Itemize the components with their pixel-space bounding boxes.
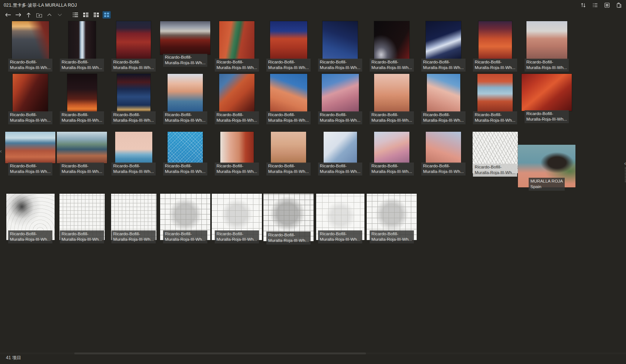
file-label-line1: Ricardo-Bofill- [113,163,154,169]
horizontal-scrollbar-thumb[interactable] [74,352,366,354]
file-thumbnail[interactable] [219,74,254,112]
sort-icon[interactable] [580,2,587,9]
file-thumbnail[interactable] [426,132,461,163]
file-label-line1: Ricardo-Bofill- [10,59,51,65]
file-thumbnail[interactable] [270,74,307,112]
file-thumbnail[interactable] [270,21,307,59]
file-thumbnail[interactable] [477,74,513,112]
file-item[interactable]: Ricardo-Bofill- Muralla-Roja-III-Wh... [366,132,418,176]
file-thumbnail[interactable] [526,21,567,59]
file-thumbnail[interactable] [219,21,254,59]
file-thumbnail[interactable] [426,21,461,59]
file-thumbnail[interactable] [68,21,96,59]
forward-arrow-icon[interactable] [14,11,22,19]
file-item[interactable]: Ricardo-Bofill- Muralla-Roja-III-Wh... [418,74,469,124]
file-item[interactable]: Ricardo-Bofill- Muralla-Roja-III-Wh... [314,194,366,243]
chevron-up-icon[interactable] [45,11,53,19]
file-item[interactable]: Ricardo-Bofill- Muralla-Roja-III-Wh... [4,194,56,243]
file-item[interactable]: Ricardo-Bofill- Muralla-Roja-III-Wh... [521,74,573,123]
file-thumbnail[interactable] [322,74,359,112]
file-item[interactable]: Ricardo-Bofill- Muralla-Roja-III-Wh... [159,194,211,243]
file-item[interactable]: Ricardo-Bofill- Muralla-Roja-III-Wh... [211,194,263,243]
file-item[interactable]: Ricardo-Bofill- Muralla-Roja-III-Wh... [159,21,211,67]
file-thumbnail[interactable] [12,21,49,59]
file-item[interactable]: Ricardo-Bofill- Muralla-Roja-III-Wh... [4,74,56,124]
tiles-view-icon[interactable] [92,11,100,19]
file-item[interactable]: Ricardo-Bofill- Muralla-Roja-III-Wh... [159,132,211,176]
file-item[interactable]: MURALLA ROJA Spain [521,145,573,191]
file-label-line2: Muralla-Roja-III-Wh... [423,169,464,174]
grid-view-icon[interactable] [103,11,111,19]
file-item[interactable]: Ricardo-Bofill- Muralla-Roja-III-Wh... [521,21,573,72]
file-thumbnail[interactable] [322,21,358,59]
right-panel-toggle[interactable]: ‹ [624,161,626,182]
file-thumbnail[interactable] [116,21,151,59]
file-item[interactable]: Ricardo-Bofill- Muralla-Roja-III-Wh... [469,74,521,124]
file-thumbnail[interactable] [220,132,254,163]
file-thumbnail[interactable] [168,74,203,112]
up-arrow-icon[interactable] [25,11,33,19]
file-item[interactable]: Ricardo-Bofill- Muralla-Roja-III-Wh... [314,132,366,176]
file-item[interactable]: Ricardo-Bofill- Muralla-Roja-III-Wh... [263,194,314,245]
file-thumbnail[interactable] [479,21,512,59]
chevron-down-icon[interactable] [56,11,64,19]
file-item[interactable]: Ricardo-Bofill- Muralla-Roja-III-Wh... [314,21,366,72]
file-thumbnail[interactable] [67,74,97,112]
file-item[interactable]: Ricardo-Bofill- Muralla-Roja-III-Wh... [366,21,418,72]
file-item[interactable]: Ricardo-Bofill- Muralla-Roja-III-Wh... [469,132,521,177]
file-thumbnail[interactable] [13,74,48,112]
file-item[interactable]: Ricardo-Bofill- Muralla-Roja-III-Wh... [56,194,108,243]
file-thumbnail[interactable] [5,132,55,163]
file-item[interactable]: Ricardo-Bofill- Muralla-Roja-III-Wh... [159,74,211,124]
file-thumbnail[interactable] [160,21,210,55]
details-view-icon[interactable] [82,11,90,19]
file-thumbnail[interactable] [271,132,306,163]
file-thumbnail[interactable] [427,74,460,112]
file-thumbnail[interactable] [168,132,203,163]
file-item[interactable]: Ricardo-Bofill- Muralla-Roja-III-Wh... [263,74,314,124]
file-item[interactable]: Ricardo-Bofill- Muralla-Roja-III-Wh... [211,21,263,72]
back-arrow-icon[interactable] [4,11,12,19]
folder-up-icon[interactable] [35,11,43,19]
toolbar [0,10,626,19]
thumbnail-box [477,74,513,112]
file-thumbnail[interactable] [115,132,152,163]
file-item[interactable]: Ricardo-Bofill- Muralla-Roja-III-Wh... [211,132,263,176]
file-item[interactable]: Ricardo-Bofill- Muralla-Roja-III-Wh... [4,21,56,72]
file-label: Ricardo-Bofill- Muralla-Roja-III-Wh... [163,54,207,67]
file-item[interactable]: Ricardo-Bofill- Muralla-Roja-III-Wh... [366,194,418,243]
file-item[interactable]: Ricardo-Bofill- Muralla-Roja-III-Wh... [108,21,159,72]
file-thumbnail[interactable] [522,74,572,111]
file-item[interactable]: Ricardo-Bofill- Muralla-Roja-III-Wh... [314,74,366,124]
file-item[interactable]: Ricardo-Bofill- Muralla-Roja-III-Wh... [56,21,108,72]
file-item[interactable]: Ricardo-Bofill- Muralla-Roja-III-Wh... [108,74,159,124]
file-label-line2: Muralla-Roja-III-Wh... [113,65,154,70]
file-label-line1: Ricardo-Bofill- [423,112,464,118]
new-item-icon[interactable] [604,2,610,9]
file-item[interactable]: Ricardo-Bofill- Muralla-Roja-III-Wh... [4,132,56,176]
file-item[interactable]: Ricardo-Bofill- Muralla-Roja-III-Wh... [418,132,469,176]
file-item[interactable]: Ricardo-Bofill- Muralla-Roja-III-Wh... [418,21,469,72]
file-thumbnail[interactable] [374,74,409,112]
file-item[interactable]: Ricardo-Bofill- Muralla-Roja-III-Wh... [469,21,521,72]
file-item[interactable]: Ricardo-Bofill- Muralla-Roja-III-Wh... [263,21,314,72]
file-item[interactable]: Ricardo-Bofill- Muralla-Roja-III-Wh... [56,74,108,124]
file-item[interactable]: Ricardo-Bofill- Muralla-Roja-III-Wh... [366,74,418,124]
file-thumbnail[interactable] [374,21,409,59]
file-item[interactable]: Ricardo-Bofill- Muralla-Roja-III-Wh... [56,132,108,176]
list-view-icon[interactable] [71,11,80,19]
file-item[interactable]: Ricardo-Bofill- Muralla-Roja-III-Wh... [263,132,314,176]
file-label-line1: Ricardo-Bofill- [320,231,360,237]
view-options-icon[interactable] [592,2,599,9]
file-item[interactable]: Ricardo-Bofill- Muralla-Roja-III-Wh... [211,74,263,124]
paste-icon[interactable] [616,2,622,9]
file-thumbnail[interactable] [374,132,409,163]
file-label: Ricardo-Bofill- Muralla-Roja-III-Wh... [266,111,311,124]
file-thumbnail[interactable] [324,132,357,163]
file-thumbnail[interactable] [117,74,150,112]
file-thumbnail[interactable] [57,132,107,163]
file-label-line1: Ricardo-Bofill- [217,112,257,118]
left-edge-chevron-icon[interactable]: ‹ [0,148,2,154]
file-item[interactable]: Ricardo-Bofill- Muralla-Roja-III-Wh... [108,132,159,176]
file-item[interactable]: Ricardo-Bofill- Muralla-Roja-III-Wh... [108,194,159,243]
